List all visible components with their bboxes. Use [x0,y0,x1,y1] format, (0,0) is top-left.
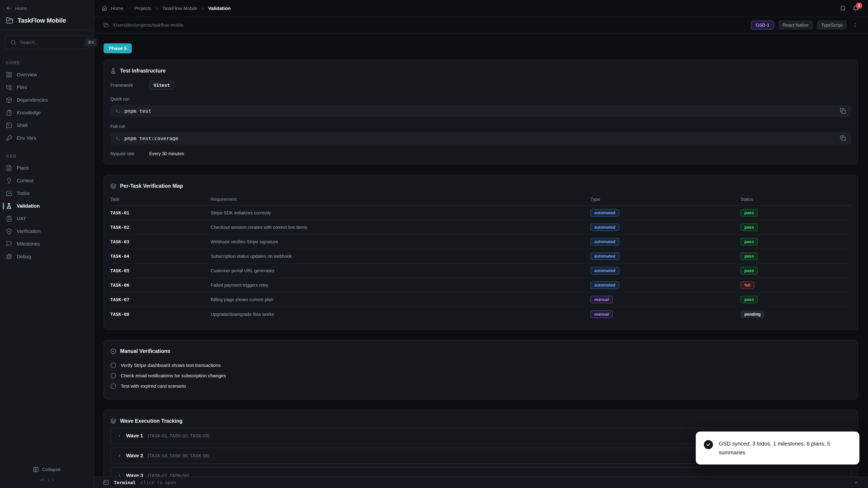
breadcrumb-item-validation[interactable]: Validation [208,6,230,11]
terminal-bar[interactable]: Terminal Click to open [94,477,868,488]
type-badge: automated [590,252,619,260]
task-id: TASK-01 [110,210,211,216]
task-requirement: Subscription status updates on webhook [211,254,590,259]
sidebar-item-files[interactable]: Files [0,81,94,94]
sidebar-item-debug[interactable]: Debug [0,250,94,263]
folder-open-icon [6,17,13,24]
sidebar-item-dependencies[interactable]: Dependencies [0,94,94,106]
breadcrumb-item-home[interactable]: Home [111,6,123,11]
search-box[interactable]: ⌘K [5,36,89,49]
manual-verification-item[interactable]: Test with expired card scenario [110,381,851,391]
verification-map-card: Per-Task Verification Map TaskRequiremen… [103,175,858,330]
chevron-right-icon [117,473,122,477]
sidebar-item-label: Verification [17,229,40,234]
copy-quick-run-button[interactable] [839,107,847,115]
breadcrumb-item-taskflow-mobile[interactable]: TaskFlow Mobile [162,6,197,11]
sidebar-item-verification[interactable]: Verification [0,225,94,238]
chevron-right-icon [201,6,205,10]
panel-left-close-icon [33,466,39,473]
breadcrumb-item-projects[interactable]: Projects [134,6,151,11]
pathbar: /Users/dev/projects/taskflow-mobile GSD-… [94,17,868,33]
sidebar-item-context[interactable]: Context [0,174,94,187]
table-row: TASK-07Billing page shows current planma… [110,293,851,307]
sidebar-item-env-vars[interactable]: Env Vars [0,132,94,144]
sidebar-item-overview[interactable]: Overview [0,68,94,81]
sidebar-item-label: Overview [17,72,37,78]
sidebar-item-validation[interactable]: Validation [0,200,94,213]
status-badge: pass [741,296,758,303]
app-version: v0.1.1 [0,477,94,482]
terminal-icon [103,480,109,486]
sidebar-item-label: Knowledge [17,110,41,116]
manual-verification-item[interactable]: Check email notifications for subscripti… [110,370,851,381]
card-title-wave-tracking: Wave Execution Tracking [120,418,183,424]
type-badge: automated [590,281,619,289]
circle-checkbox-icon[interactable] [110,383,116,389]
task-requirement: Billing page shows current plan [211,297,590,302]
home-icon [102,6,107,11]
wave-name: Wave 3 [126,473,143,477]
sidebar-item-label: Validation [17,203,40,209]
task-id: TASK-02 [110,225,211,230]
sidebar-item-label: UAT [17,216,26,222]
sidebar-header: Home TaskFlow Mobile [0,0,94,30]
manual-verification-item[interactable]: Verify Stripe dashboard shows test trans… [110,360,851,370]
search-icon [10,39,16,45]
nyquist-rate-label: Nyquist rate [110,151,149,156]
quick-run-command-block: pnpm test [110,105,851,117]
file-text-icon [6,165,12,171]
sidebar-item-label: Todos [17,191,30,196]
task-id: TASK-08 [110,312,211,317]
folder-icon [103,22,109,28]
shield-check-icon [6,228,12,234]
status-badge: pass [741,223,758,231]
sidebar-item-knowledge[interactable]: Knowledge [0,106,94,119]
topbar: HomeProjectsTaskFlow MobileValidation 3 [94,0,868,17]
bookmark-button[interactable] [840,5,846,11]
sidebar-nav: COREOverviewFilesDependenciesKnowledgeSh… [0,49,94,462]
full-run-label: Full run [110,124,851,129]
task-requirement: Failed payment triggers retry [211,283,590,288]
table-row: TASK-04Subscription status updates on we… [110,249,851,264]
sidebar-item-label: Debug [17,254,31,260]
more-menu-button[interactable] [852,22,858,28]
project-path: /Users/dev/projects/taskflow-mobile [103,22,184,28]
back-home-link[interactable]: Home [6,5,88,11]
full-run-command: pnpm test:coverage [124,135,178,141]
search-input[interactable] [20,40,81,45]
chevron-up-icon[interactable] [854,480,859,485]
key-icon [6,135,12,141]
collapse-button[interactable]: Collapse [0,466,94,473]
table-row: TASK-05Customer portal URL generatesauto… [110,264,851,278]
table-header-row: TaskRequirementTypeStatus [110,193,851,206]
task-id: TASK-06 [110,283,211,288]
clipboard-list-icon [6,109,12,116]
sidebar-item-plans[interactable]: Plans [0,162,94,174]
type-badge: manual [590,311,613,318]
collapse-label: Collapse [42,467,61,472]
sidebar-item-uat[interactable]: UAT [0,213,94,225]
task-requirement: Upgrade/downgrade flow works [211,312,590,317]
wave-row-wave-3[interactable]: Wave 3(TASK-07, TASK-08) [110,467,851,477]
status-badge: fail [741,281,754,289]
copy-full-run-button[interactable] [839,134,847,142]
sidebar: Home TaskFlow Mobile ⌘K COREOverviewFile… [0,0,94,488]
sidebar-item-todos[interactable]: Todos [0,187,94,200]
quick-run-label: Quick run [110,96,851,102]
project-badge-typescript: TypeScript [817,21,847,30]
card-title-test-infrastructure: Test Infrastructure [120,68,166,74]
sidebar-item-label: Plans [17,165,29,171]
package-icon [6,97,12,103]
card-title-manual-verifications: Manual Verifications [120,348,170,354]
sidebar-item-shell[interactable]: Shell [0,119,94,132]
ellipsis-vertical-icon [852,22,858,28]
task-id: TASK-04 [110,254,211,259]
notifications-button[interactable]: 3 [852,5,859,11]
nav-section-label-core: CORE [0,61,94,65]
verification-table: TaskRequirementTypeStatusTASK-01Stripe S… [110,193,851,322]
type-badge: automated [590,223,619,231]
type-badge: automated [590,267,619,274]
circle-checkbox-icon[interactable] [110,373,116,379]
sidebar-item-milestones[interactable]: Milestones [0,238,94,250]
circle-checkbox-icon[interactable] [110,362,116,368]
